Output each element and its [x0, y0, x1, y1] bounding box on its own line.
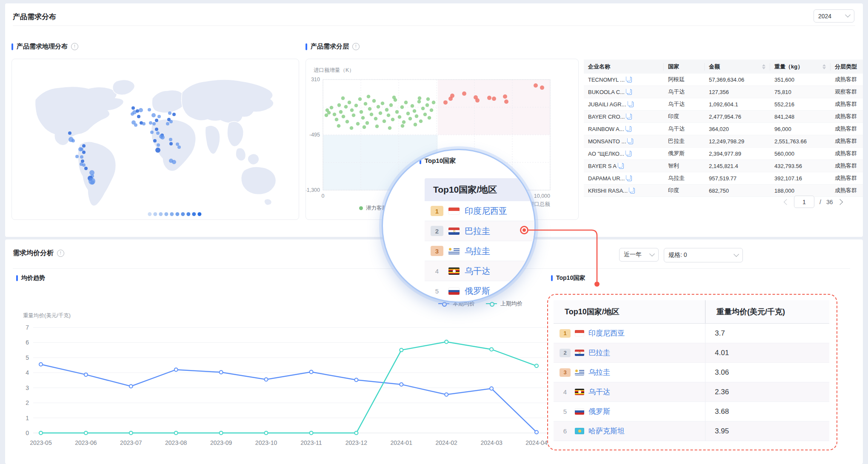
line-point[interactable]: [400, 348, 403, 352]
copy-icon[interactable]: [627, 89, 632, 95]
map-demand-dot[interactable]: [160, 135, 165, 139]
line-point[interactable]: [220, 370, 223, 374]
scatter-point-green[interactable]: [401, 124, 405, 128]
map-demand-dot[interactable]: [136, 109, 139, 113]
map-demand-dot[interactable]: [137, 115, 140, 118]
magnified-top10-row[interactable]: 2巴拉圭: [425, 221, 536, 241]
map-demand-dot[interactable]: [150, 131, 154, 134]
table-row[interactable]: RAINBOW A...乌干达364,02096,000成熟客群: [584, 123, 863, 135]
map-demand-dot[interactable]: [84, 167, 88, 170]
scatter-point-green[interactable]: [372, 99, 376, 103]
line-point[interactable]: [129, 431, 133, 435]
scatter-point-green[interactable]: [425, 103, 429, 107]
scatter-point-red[interactable]: [443, 100, 448, 105]
info-icon[interactable]: [57, 250, 64, 257]
scatter-point-red[interactable]: [450, 94, 454, 98]
scatter-point-green[interactable]: [374, 117, 378, 121]
scatter-point-red[interactable]: [462, 91, 466, 96]
copy-icon[interactable]: [627, 126, 631, 132]
scatter-point-green[interactable]: [358, 97, 362, 101]
scatter-point-green[interactable]: [426, 97, 430, 101]
scatter-point-green[interactable]: [350, 108, 354, 112]
country-link[interactable]: 哈萨克斯坦: [588, 426, 625, 436]
scatter-point-green[interactable]: [423, 113, 427, 117]
map-demand-dot[interactable]: [172, 160, 176, 164]
line-point[interactable]: [174, 431, 178, 435]
map-demand-dot[interactable]: [81, 159, 84, 163]
map-demand-dot[interactable]: [134, 123, 137, 127]
scatter-point-red[interactable]: [534, 83, 538, 88]
scatter-point-green[interactable]: [330, 106, 334, 110]
country-link[interactable]: 俄罗斯: [465, 285, 490, 297]
copy-icon[interactable]: [627, 151, 631, 157]
country-link[interactable]: 乌干达: [465, 265, 490, 277]
scatter-point-green[interactable]: [388, 126, 392, 130]
scatter-point-green[interactable]: [367, 95, 371, 99]
scatter-point-green[interactable]: [383, 120, 386, 123]
country-link[interactable]: 乌拉圭: [588, 367, 610, 377]
time-range-select[interactable]: 近一年: [619, 248, 659, 262]
table-row[interactable]: MONSANTO ...巴拉圭12,249,798.292,551,763.66…: [584, 135, 863, 148]
scatter-point-green[interactable]: [404, 101, 408, 105]
map-demand-dot[interactable]: [176, 142, 179, 146]
map-demand-dot[interactable]: [155, 119, 158, 122]
map-demand-dot[interactable]: [166, 122, 169, 125]
scatter-point-green[interactable]: [354, 104, 358, 108]
map-demand-dot[interactable]: [152, 122, 156, 125]
country-link[interactable]: 巴拉圭: [465, 225, 490, 237]
line-point[interactable]: [445, 393, 448, 396]
scatter-point-green[interactable]: [356, 122, 360, 126]
scatter-point-green[interactable]: [370, 113, 374, 117]
scatter-point-green[interactable]: [344, 105, 348, 109]
map-demand-dot[interactable]: [153, 139, 157, 142]
scatter-point-green[interactable]: [337, 103, 341, 107]
scatter-point-green[interactable]: [400, 105, 404, 109]
scatter-point-green[interactable]: [350, 126, 354, 130]
prev-page-icon[interactable]: [784, 199, 790, 205]
line-point[interactable]: [354, 431, 358, 435]
map-demand-dot[interactable]: [156, 131, 160, 135]
sort-icon[interactable]: [822, 64, 826, 69]
scatter-point-green[interactable]: [421, 107, 425, 111]
line-point[interactable]: [39, 363, 43, 366]
scatter-point-green[interactable]: [411, 104, 414, 108]
map-demand-dot[interactable]: [151, 113, 156, 117]
table-row[interactable]: JUBAILI AGR...乌干达1,092,604.1552,216成熟客群: [584, 98, 863, 111]
top10-row[interactable]: 4乌干达2.36: [554, 382, 829, 402]
scatter-point-green[interactable]: [413, 109, 417, 113]
copy-icon[interactable]: [627, 77, 632, 83]
scatter-point-green[interactable]: [414, 123, 417, 127]
scatter-point-green[interactable]: [387, 114, 391, 117]
map-demand-dot[interactable]: [139, 108, 143, 112]
info-icon[interactable]: [71, 43, 78, 50]
scatter-point-green[interactable]: [335, 118, 339, 122]
map-demand-dot[interactable]: [68, 131, 71, 135]
line-point[interactable]: [84, 373, 88, 376]
copy-icon[interactable]: [628, 139, 633, 144]
copy-icon[interactable]: [630, 188, 635, 194]
copy-icon[interactable]: [627, 114, 632, 120]
scatter-point-green[interactable]: [333, 113, 337, 117]
scatter-point-green[interactable]: [417, 100, 421, 104]
line-point[interactable]: [39, 431, 43, 435]
scatter-point-red[interactable]: [475, 98, 480, 102]
scatter-point-green[interactable]: [365, 121, 369, 125]
scatter-point-green[interactable]: [395, 110, 399, 114]
map-demand-dot[interactable]: [149, 121, 152, 125]
scatter-point-green[interactable]: [381, 102, 385, 105]
line-point[interactable]: [265, 431, 268, 435]
table-row[interactable]: BAYER S A智利2,145,821.4432,793.56成熟客群: [584, 160, 863, 172]
scatter-point-green[interactable]: [341, 97, 345, 100]
map-demand-dot[interactable]: [131, 112, 134, 116]
map-demand-dot[interactable]: [157, 143, 160, 147]
table-row[interactable]: TECNOMYL ...阿根廷57,369,634.06351,600成熟客群: [584, 74, 863, 86]
scatter-point-green[interactable]: [391, 118, 395, 122]
map-demand-dot[interactable]: [172, 113, 176, 116]
scatter-point-green[interactable]: [379, 111, 383, 115]
map-demand-dot[interactable]: [168, 111, 171, 115]
map-demand-dot[interactable]: [80, 155, 83, 159]
line-point[interactable]: [310, 431, 313, 435]
map-demand-dot[interactable]: [169, 142, 173, 145]
scatter-point-green[interactable]: [389, 103, 393, 107]
scatter-point-green[interactable]: [325, 114, 328, 117]
